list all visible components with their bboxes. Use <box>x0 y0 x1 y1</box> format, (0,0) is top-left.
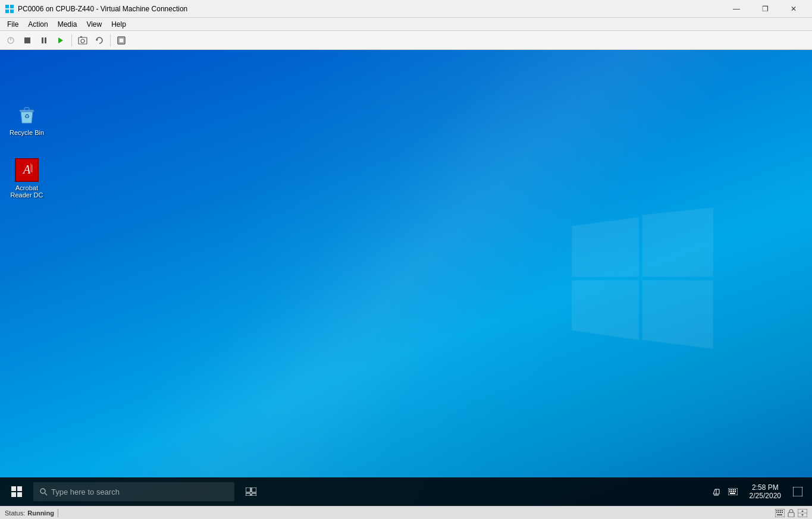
tb-resume-button[interactable] <box>54 33 68 48</box>
window-title: PC0006 on CPUB-Z440 - Virtual Machine Co… <box>18 5 723 13</box>
svg-rect-2 <box>5 10 9 13</box>
svg-rect-35 <box>729 489 731 490</box>
menu-action[interactable]: Action <box>23 19 52 30</box>
svg-rect-32 <box>252 493 256 496</box>
tb-power-button[interactable] <box>4 33 18 48</box>
svg-rect-49 <box>782 510 783 511</box>
system-clock[interactable]: 2:58 PM 2/25/2020 <box>745 477 786 506</box>
status-scroll-icon <box>798 509 807 517</box>
svg-point-11 <box>81 39 84 43</box>
svg-rect-6 <box>24 37 30 43</box>
window-controls: — ❐ ✕ <box>723 0 807 18</box>
windows-logo-watermark <box>568 204 717 353</box>
svg-marker-13 <box>96 39 98 41</box>
title-bar: PC0006 on CPUB-Z440 - Virtual Machine Co… <box>0 0 812 18</box>
clock-date: 2/25/2020 <box>750 492 781 500</box>
tray-pen-icon[interactable] <box>709 485 723 499</box>
acrobat-reader-image: A <box>15 158 39 182</box>
svg-rect-43 <box>730 493 735 494</box>
tray-keyboard-icon[interactable] <box>726 485 740 499</box>
status-value: Running <box>27 509 54 517</box>
svg-rect-25 <box>11 492 16 497</box>
menu-view[interactable]: View <box>81 19 106 30</box>
svg-rect-53 <box>782 512 783 513</box>
svg-rect-30 <box>252 487 256 492</box>
svg-marker-59 <box>801 514 804 516</box>
svg-point-27 <box>40 489 45 493</box>
status-lock-icon <box>787 509 795 517</box>
svg-rect-8 <box>45 37 46 43</box>
svg-rect-0 <box>5 5 9 8</box>
svg-rect-47 <box>778 510 779 511</box>
task-view-button[interactable] <box>237 477 265 506</box>
svg-rect-37 <box>733 489 734 490</box>
recycle-bin-image: ♻ <box>15 103 39 127</box>
svg-marker-9 <box>58 37 63 43</box>
svg-marker-16 <box>572 217 639 276</box>
menu-file[interactable]: File <box>2 19 23 30</box>
svg-point-4 <box>8 37 14 43</box>
menu-bar: File Action Media View Help <box>0 18 812 31</box>
status-icons <box>775 509 807 517</box>
svg-marker-58 <box>801 510 804 512</box>
tb-fullscreen-button[interactable] <box>114 33 128 48</box>
menu-help[interactable]: Help <box>106 19 131 30</box>
tb-stop-button[interactable] <box>20 33 35 48</box>
restore-button[interactable]: ❐ <box>751 0 779 18</box>
svg-rect-36 <box>731 489 732 490</box>
svg-rect-3 <box>10 10 14 13</box>
status-label: Status: <box>5 509 25 517</box>
vm-area: ♻ Recycle Bin A Acrobat Reader DC <box>0 50 812 506</box>
svg-rect-52 <box>780 512 781 513</box>
svg-rect-24 <box>17 486 22 491</box>
taskbar: 2:58 PM 2/25/2020 <box>0 477 812 506</box>
svg-text:♻: ♻ <box>24 113 30 119</box>
svg-rect-15 <box>119 38 124 43</box>
svg-marker-19 <box>642 280 713 348</box>
recycle-bin-icon[interactable]: ♻ Recycle Bin <box>6 100 48 139</box>
svg-rect-20 <box>20 110 34 112</box>
status-bar: Status: Running <box>0 506 812 519</box>
svg-rect-46 <box>776 510 777 511</box>
svg-rect-12 <box>80 36 82 37</box>
recycle-bin-label: Recycle Bin <box>10 129 44 136</box>
close-button[interactable]: ✕ <box>780 0 807 18</box>
svg-rect-40 <box>731 491 732 492</box>
svg-rect-29 <box>246 487 250 492</box>
tb-pause-button[interactable] <box>37 33 51 48</box>
svg-rect-55 <box>788 512 794 517</box>
minimize-button[interactable]: — <box>723 0 750 18</box>
tb-revert-button[interactable] <box>92 33 106 48</box>
svg-rect-26 <box>17 492 22 497</box>
svg-rect-41 <box>733 491 734 492</box>
svg-rect-23 <box>11 486 16 491</box>
svg-rect-7 <box>42 37 43 43</box>
clock-time: 2:58 PM <box>752 483 779 492</box>
svg-rect-1 <box>10 5 14 8</box>
svg-rect-31 <box>246 493 250 496</box>
acrobat-reader-label: Acrobat Reader DC <box>8 184 45 199</box>
search-input[interactable] <box>51 487 228 496</box>
toolbar-separator <box>71 34 72 46</box>
toolbar-separator2 <box>110 34 111 46</box>
svg-rect-38 <box>735 489 736 490</box>
start-button[interactable] <box>2 477 31 506</box>
taskbar-search[interactable] <box>33 482 234 501</box>
svg-rect-51 <box>778 512 779 513</box>
status-keyboard-icon <box>775 509 785 517</box>
notification-button[interactable] <box>786 477 810 506</box>
tb-snapshot-button[interactable] <box>76 33 90 48</box>
svg-rect-54 <box>777 514 782 515</box>
system-tray <box>704 485 745 499</box>
svg-text:A: A <box>22 163 31 176</box>
acrobat-reader-icon[interactable]: A Acrobat Reader DC <box>6 156 48 201</box>
menu-media[interactable]: Media <box>53 19 82 30</box>
toolbar <box>0 31 812 50</box>
windows-desktop[interactable]: ♻ Recycle Bin A Acrobat Reader DC <box>0 50 812 506</box>
svg-rect-42 <box>735 491 736 492</box>
svg-marker-18 <box>572 280 639 339</box>
title-icon <box>5 4 14 14</box>
svg-line-28 <box>45 493 48 496</box>
svg-rect-44 <box>793 487 802 496</box>
svg-marker-17 <box>642 207 713 276</box>
